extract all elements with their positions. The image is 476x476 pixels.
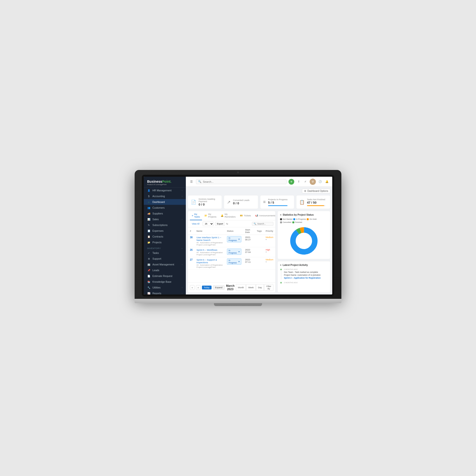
sidebar-item-tasks[interactable]: ✓ Tasks [144, 250, 186, 256]
sidebar-item-expenses[interactable]: 🧾 Expenses [144, 228, 186, 234]
book-icon: 📚 [147, 281, 151, 283]
activity-text: Dev Team - Task marked as complete Proje… [284, 271, 321, 280]
inventory-section-header: Inventory ‹ [144, 245, 186, 250]
sidebar-item-projects[interactable]: 📁 Projects [144, 239, 186, 245]
chevron-icon: ‹ [182, 218, 183, 221]
legend-dot [280, 218, 282, 220]
stats-chart-panel: ≡ Statistics by Project Status Not Start… [277, 211, 330, 259]
task-search-input[interactable] [257, 223, 272, 225]
check-icon[interactable]: ✓ [303, 179, 308, 184]
status-badge[interactable]: In Progress ▾ [227, 258, 241, 265]
sidebar-item-customers[interactable]: 👥 Customers [144, 205, 186, 211]
task-date: 2022-05-27 [243, 235, 255, 247]
clock-icon[interactable]: 🕐 [318, 179, 323, 184]
legend-dot [280, 221, 282, 223]
task-name-link[interactable]: User Interface Sprint 1 – Name Search [196, 236, 223, 241]
task-priority: High [266, 249, 270, 251]
calendar-day-view[interactable]: Day [256, 284, 264, 291]
refresh-icon: ↻ [147, 224, 151, 226]
refresh-button[interactable]: ↻ [226, 223, 228, 225]
calendar-week-view[interactable]: Week [246, 284, 255, 291]
calendar-month-view[interactable]: Month [236, 284, 246, 291]
folder-icon: 📁 [147, 241, 151, 244]
stat-label: Invoices Awaiting Payment [199, 198, 219, 203]
stat-progress-projects [268, 205, 288, 206]
calendar-month-label: March 2023 [226, 284, 234, 291]
sidebar-item-hr-management[interactable]: 👤 HR Management ‹ [144, 187, 186, 193]
panel-tabs: ≡ My Tasks 📁 My Projects 🔔 [188, 211, 275, 221]
sidebar-item-dashboard[interactable]: ⌂ Dashboard [144, 199, 186, 205]
sidebar-item-asset-management[interactable]: 🏢 Asset Management ‹ [144, 262, 186, 267]
sidebar-item-sales[interactable]: 📊 Sales ‹ [144, 216, 186, 222]
sidebar-item-label: Asset Management [153, 263, 180, 266]
activity-timeline [280, 268, 282, 280]
search-bar: 🔍 [196, 179, 287, 184]
task-date: 2022-07-11 [243, 257, 255, 270]
sidebar-item-estimate-request[interactable]: 📄 Estimate Request [144, 273, 186, 279]
sidebar-item-suppliers[interactable]: 🚚 Suppliers [144, 211, 186, 216]
status-badge[interactable]: In Progress ▾ [227, 236, 241, 242]
sidebar-item-label: Knowledge Base [153, 280, 183, 283]
activity-time: 2 MONTHS AGO [284, 268, 321, 271]
dropdown-arrow: ▾ [238, 251, 240, 253]
sidebar-item-label: Leads [153, 269, 183, 272]
menu-icon[interactable]: ☰ [189, 179, 194, 184]
logo-point: Point. [162, 180, 171, 184]
export-button[interactable]: Export [215, 222, 225, 226]
task-priority: Medium [266, 236, 273, 238]
tab-my-tasks[interactable]: ≡ My Tasks [190, 211, 202, 220]
laptop-body: BusinessPoint. Product Of LeveragePoint … [135, 170, 341, 299]
dashboard-options-button[interactable]: ⚙ Dashboard Options [302, 189, 330, 193]
stat-progress-tasks [307, 205, 325, 206]
sidebar-item-reports[interactable]: 📈 Reports ‹ [144, 290, 186, 294]
activity-dot [280, 282, 282, 284]
wrench-icon: 🔧 [147, 286, 151, 289]
stat-label: Projects In Progress [268, 198, 288, 201]
share-icon[interactable]: ⇧ [296, 179, 301, 184]
expand-icon[interactable]: ▾ [266, 238, 273, 241]
bell-icon[interactable]: 🔔 [324, 179, 329, 184]
task-tags [255, 235, 264, 247]
sidebar-item-utilities[interactable]: 🔧 Utilities ‹ [144, 285, 186, 290]
donut-chart [280, 225, 328, 256]
task-name-link[interactable]: Sprint 5 – Workflows [196, 249, 223, 251]
tab-tickets[interactable]: 🎫 Tickets [238, 211, 253, 220]
add-button[interactable]: + [289, 179, 294, 185]
stat-info-tasks: Tasks Not Finished 47 / 50 [307, 198, 325, 206]
sidebar-item-label: Projects [153, 241, 183, 244]
view-all-link[interactable]: View All [190, 222, 201, 226]
task-id: 27 [190, 258, 193, 261]
status-badge[interactable]: In Progress ▾ [227, 249, 241, 255]
app-layout: BusinessPoint. Product Of LeveragePoint … [144, 177, 332, 294]
trending-icon: ↗ [227, 200, 231, 205]
task-id: 38 [190, 236, 193, 239]
expand-icon[interactable]: ▾ [266, 261, 273, 263]
col-status: Status [225, 227, 243, 235]
calendar-prev-button[interactable]: ‹ [190, 285, 194, 290]
sidebar-item-label: Subscriptions [153, 223, 183, 226]
calendar-next-button[interactable]: › [196, 285, 201, 290]
calendar-today-button[interactable]: Today [202, 286, 212, 289]
expand-icon[interactable]: ▾ [266, 251, 273, 253]
sidebar-item-leads[interactable]: 📌 Leads [144, 267, 186, 273]
search-input[interactable] [203, 180, 284, 183]
avatar[interactable]: U [310, 179, 316, 185]
sidebar-item-knowledge-base[interactable]: 📚 Knowledge Base [144, 279, 186, 285]
tab-my-reminders[interactable]: 🔔 My Reminders [219, 211, 238, 220]
stat-card-projects: ≡ Projects In Progress 5 / 5 [260, 195, 294, 209]
tab-label: My Reminders [224, 213, 236, 218]
tab-announcements[interactable]: 📢 Announcements [253, 211, 275, 220]
calendar-bar: ‹ › Today Expand March 2023 Month Week [188, 283, 275, 292]
sidebar-item-contracts[interactable]: 📋 Contracts [144, 234, 186, 239]
calendar-expand-button[interactable]: Expand [213, 285, 225, 290]
sidebar-item-subscriptions[interactable]: ↻ Subscriptions [144, 222, 186, 228]
sidebar-item-support[interactable]: ⚙ Support [144, 256, 186, 262]
calendar-filter-view[interactable]: Filter By [264, 284, 273, 291]
sidebar-item-label: HR Management [153, 189, 180, 192]
sidebar-item-label: Reports [153, 292, 180, 294]
per-page-select[interactable]: 25 50 100 [203, 222, 214, 226]
activity-list: 2 MONTHS AGO Dev Team - Task marked as c… [280, 268, 328, 284]
sidebar-item-accounting[interactable]: $ Accounting ‹ [144, 193, 186, 199]
tab-my-projects[interactable]: 📁 My Projects [203, 211, 218, 220]
task-name-link[interactable]: Sprint 6 – Support & Inspections [196, 258, 223, 264]
